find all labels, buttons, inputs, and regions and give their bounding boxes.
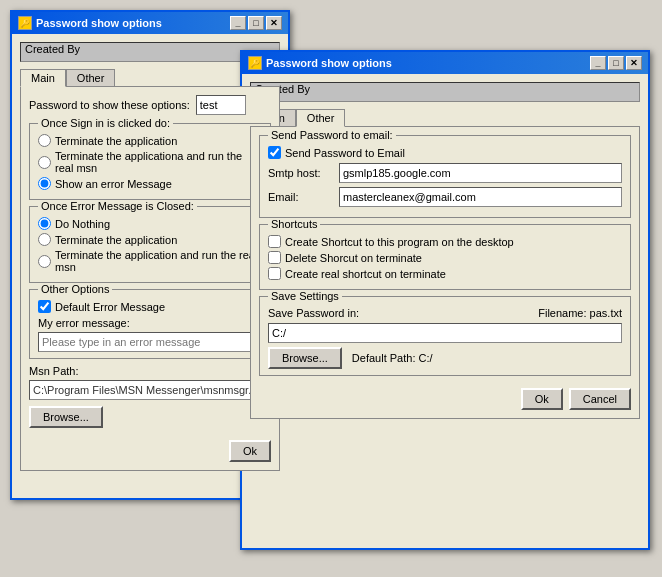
filename-row: Save Password in: Filename: pas.txt	[268, 307, 622, 319]
title-bar-2[interactable]: 🔑 Password show options _ □ ✕	[242, 52, 648, 74]
default-error-label: Default Error Message	[55, 301, 165, 313]
bottom-buttons-1: Ok	[29, 436, 271, 462]
shortcut-delete-row: Delete Shorcut on terminate	[268, 251, 622, 264]
close-btn-1[interactable]: ✕	[266, 16, 282, 30]
radio-terminate-input-2[interactable]	[38, 233, 51, 246]
radio-terminate-run-label: Terminate the applicationa and run the r…	[55, 150, 262, 174]
error-closed-group: Once Error Message is Closed: Do Nothing…	[29, 206, 271, 283]
shortcut-desktop-row: Create Shortcut to this program on the d…	[268, 235, 622, 248]
email-label: Email:	[268, 191, 333, 203]
send-password-row: Send Password to Email	[268, 146, 622, 159]
default-error-checkbox[interactable]	[38, 300, 51, 313]
title-bar-1[interactable]: 🔑 Password show options _ □ ✕	[12, 12, 288, 34]
save-password-label: Save Password in:	[268, 307, 359, 319]
sign-in-group: Once Sign in is clicked do: Terminate th…	[29, 123, 271, 200]
send-password-label: Send Password to Email	[285, 147, 405, 159]
window2-content: Created By Main Other Send Password to e…	[242, 74, 648, 427]
msn-path-label: Msn Path:	[29, 365, 271, 377]
default-path-label: Default Path: C:/	[352, 352, 433, 364]
minimize-btn-2[interactable]: _	[590, 56, 606, 70]
other-options-group-title: Other Options	[38, 283, 112, 295]
password-row: Password to show these options:	[29, 95, 271, 115]
cancel-btn-2[interactable]: Cancel	[569, 388, 631, 410]
shortcut-real-checkbox[interactable]	[268, 267, 281, 280]
tab-main-1[interactable]: Main	[20, 69, 66, 87]
tab-other-1[interactable]: Other	[66, 69, 116, 87]
save-settings-section: Save Password in: Filename: pas.txt Brow…	[268, 307, 622, 369]
window1-content: Created By Main Other Password to show t…	[12, 34, 288, 479]
smtp-row: Smtp host:	[268, 163, 622, 183]
created-by-label-1: Created By	[21, 41, 84, 57]
browse-btn-2[interactable]: Browse...	[268, 347, 342, 369]
shortcut-delete-checkbox[interactable]	[268, 251, 281, 264]
close-btn-2[interactable]: ✕	[626, 56, 642, 70]
radio-terminate-label-2: Terminate the application	[55, 234, 177, 246]
my-error-section: My error message:	[38, 317, 262, 352]
shortcut-desktop-label: Create Shortcut to this program on the d…	[285, 236, 514, 248]
shortcut-real-label: Create real shortcut on terminate	[285, 268, 446, 280]
password-label: Password to show these options:	[29, 99, 190, 111]
tab-other-2[interactable]: Other	[296, 109, 346, 127]
shortcut-real-row: Create real shortcut on terminate	[268, 267, 622, 280]
email-row: Email:	[268, 187, 622, 207]
send-password-section: Send Password to Email Smtp host: Email:	[268, 146, 622, 207]
radio-show-error: Show an error Message	[38, 177, 262, 190]
ok-btn-1[interactable]: Ok	[229, 440, 271, 462]
radio-terminate-run-2: Terminate the application and run the re…	[38, 249, 262, 273]
window2: 🔑 Password show options _ □ ✕ Created By…	[240, 50, 650, 550]
title-buttons-1: _ □ ✕	[230, 16, 282, 30]
other-options-group: Other Options Default Error Message My e…	[29, 289, 271, 359]
send-password-group: Send Password to email: Send Password to…	[259, 135, 631, 218]
window1-icon: 🔑	[18, 16, 32, 30]
radio-terminate-label-1: Terminate the application	[55, 135, 177, 147]
radio-terminate-run: Terminate the applicationa and run the r…	[38, 150, 262, 174]
window2-icon: 🔑	[248, 56, 262, 70]
radio-show-error-label: Show an error Message	[55, 178, 172, 190]
minimize-btn-1[interactable]: _	[230, 16, 246, 30]
browse-btn-1[interactable]: Browse...	[29, 406, 103, 428]
window2-title: Password show options	[266, 57, 392, 69]
my-error-label: My error message:	[38, 317, 262, 329]
shortcut-desktop-checkbox[interactable]	[268, 235, 281, 248]
shortcuts-group-title: Shortcuts	[268, 218, 320, 230]
ok-btn-2[interactable]: Ok	[521, 388, 563, 410]
my-error-input[interactable]	[38, 332, 262, 352]
email-input[interactable]	[339, 187, 622, 207]
radio-show-error-input[interactable]	[38, 177, 51, 190]
title-buttons-2: _ □ ✕	[590, 56, 642, 70]
smtp-label: Smtp host:	[268, 167, 333, 179]
bottom-buttons-2: Ok Cancel	[259, 384, 631, 410]
smtp-input[interactable]	[339, 163, 622, 183]
tabs-2: Main Other	[250, 108, 640, 126]
msn-path-section: Msn Path:	[29, 365, 271, 400]
radio-do-nothing-label: Do Nothing	[55, 218, 110, 230]
radio-terminate-run-input-2[interactable]	[38, 255, 51, 268]
sign-in-group-title: Once Sign in is clicked do:	[38, 117, 173, 129]
send-password-group-title: Send Password to email:	[268, 129, 396, 141]
maximize-btn-2[interactable]: □	[608, 56, 624, 70]
shortcuts-group: Shortcuts Create Shortcut to this progra…	[259, 224, 631, 290]
shortcuts-section: Create Shortcut to this program on the d…	[268, 235, 622, 280]
msn-path-input[interactable]	[29, 380, 271, 400]
shortcut-delete-label: Delete Shorcut on terminate	[285, 252, 422, 264]
window1-title: Password show options	[36, 17, 162, 29]
radio-do-nothing: Do Nothing	[38, 217, 262, 230]
radio-terminate-run-input[interactable]	[38, 156, 51, 169]
save-settings-group-title: Save Settings	[268, 290, 342, 302]
maximize-btn-1[interactable]: □	[248, 16, 264, 30]
created-by-bar-2: Created By	[250, 82, 640, 102]
radio-terminate-run-label-2: Terminate the application and run the re…	[55, 249, 262, 273]
save-path-input[interactable]	[268, 323, 622, 343]
tab-content-1: Password to show these options: Once Sig…	[20, 86, 280, 471]
send-password-checkbox[interactable]	[268, 146, 281, 159]
browse-default-row: Browse... Default Path: C:/	[268, 347, 622, 369]
tab-content-2: Send Password to email: Send Password to…	[250, 126, 640, 419]
password-input[interactable]	[196, 95, 246, 115]
save-settings-group: Save Settings Save Password in: Filename…	[259, 296, 631, 376]
radio-do-nothing-input[interactable]	[38, 217, 51, 230]
browse-row-1: Browse...	[29, 406, 271, 428]
default-error-row: Default Error Message	[38, 300, 262, 313]
filename-label: Filename: pas.txt	[538, 307, 622, 319]
radio-terminate-input-1[interactable]	[38, 134, 51, 147]
radio-terminate-2: Terminate the application	[38, 233, 262, 246]
